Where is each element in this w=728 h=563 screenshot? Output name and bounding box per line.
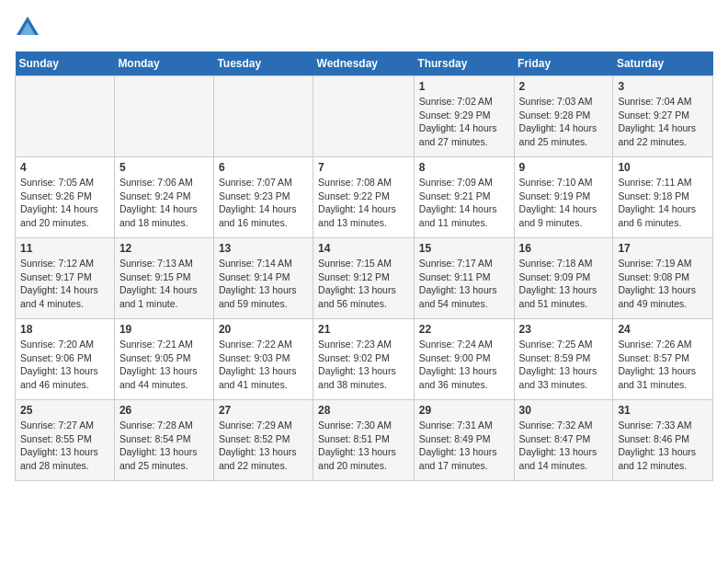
calendar-day-cell: 15Sunrise: 7:17 AM Sunset: 9:11 PM Dayli… [414,238,514,319]
calendar-day-cell: 21Sunrise: 7:23 AM Sunset: 9:02 PM Dayli… [313,319,415,400]
day-info: Sunrise: 7:33 AM Sunset: 8:46 PM Dayligh… [618,419,708,473]
day-number: 27 [219,404,308,417]
weekday-header: Sunday [16,52,115,76]
day-number: 25 [20,404,109,417]
day-info: Sunrise: 7:20 AM Sunset: 9:06 PM Dayligh… [20,338,109,392]
header-row: SundayMondayTuesdayWednesdayThursdayFrid… [16,52,713,76]
calendar-week-row: 1Sunrise: 7:02 AM Sunset: 9:29 PM Daylig… [16,76,713,157]
day-info: Sunrise: 7:23 AM Sunset: 9:02 PM Dayligh… [318,338,409,392]
calendar-day-cell: 25Sunrise: 7:27 AM Sunset: 8:55 PM Dayli… [16,400,115,481]
day-info: Sunrise: 7:09 AM Sunset: 9:21 PM Dayligh… [419,176,509,230]
day-number: 13 [219,242,308,255]
calendar-day-cell: 18Sunrise: 7:20 AM Sunset: 9:06 PM Dayli… [16,319,115,400]
day-info: Sunrise: 7:17 AM Sunset: 9:11 PM Dayligh… [419,257,509,311]
day-number: 15 [419,242,509,255]
calendar-header: SundayMondayTuesdayWednesdayThursdayFrid… [16,52,713,76]
calendar-day-cell: 13Sunrise: 7:14 AM Sunset: 9:14 PM Dayli… [213,238,313,319]
weekday-header: Monday [114,52,213,76]
day-number: 18 [20,323,109,336]
calendar-day-cell: 28Sunrise: 7:30 AM Sunset: 8:51 PM Dayli… [313,400,415,481]
day-info: Sunrise: 7:29 AM Sunset: 8:52 PM Dayligh… [219,419,308,473]
day-info: Sunrise: 7:19 AM Sunset: 9:08 PM Dayligh… [618,257,708,311]
day-number: 17 [618,242,708,255]
calendar-body: 1Sunrise: 7:02 AM Sunset: 9:29 PM Daylig… [16,76,713,481]
day-number: 30 [519,404,609,417]
day-number: 5 [119,161,209,174]
calendar-day-cell: 4Sunrise: 7:05 AM Sunset: 9:26 PM Daylig… [16,157,115,238]
calendar-day-cell: 9Sunrise: 7:10 AM Sunset: 9:19 PM Daylig… [514,157,613,238]
calendar-day-cell: 24Sunrise: 7:26 AM Sunset: 8:57 PM Dayli… [613,319,713,400]
day-number: 20 [219,323,308,336]
day-info: Sunrise: 7:05 AM Sunset: 9:26 PM Dayligh… [20,176,109,230]
calendar-day-cell: 17Sunrise: 7:19 AM Sunset: 9:08 PM Dayli… [613,238,713,319]
day-number: 14 [318,242,409,255]
logo-icon [15,15,40,40]
calendar-day-cell: 1Sunrise: 7:02 AM Sunset: 9:29 PM Daylig… [414,76,514,157]
day-number: 8 [419,161,509,174]
day-info: Sunrise: 7:07 AM Sunset: 9:23 PM Dayligh… [219,176,308,230]
calendar-day-cell [16,76,115,157]
day-info: Sunrise: 7:15 AM Sunset: 9:12 PM Dayligh… [318,257,409,311]
calendar-day-cell: 8Sunrise: 7:09 AM Sunset: 9:21 PM Daylig… [414,157,514,238]
calendar-week-row: 4Sunrise: 7:05 AM Sunset: 9:26 PM Daylig… [16,157,713,238]
day-number: 21 [318,323,409,336]
calendar-week-row: 18Sunrise: 7:20 AM Sunset: 9:06 PM Dayli… [16,319,713,400]
calendar-day-cell [213,76,313,157]
day-number: 11 [20,242,109,255]
day-info: Sunrise: 7:22 AM Sunset: 9:03 PM Dayligh… [219,338,308,392]
day-number: 2 [519,80,609,93]
day-number: 1 [419,80,509,93]
calendar-day-cell: 30Sunrise: 7:32 AM Sunset: 8:47 PM Dayli… [514,400,613,481]
calendar-day-cell: 2Sunrise: 7:03 AM Sunset: 9:28 PM Daylig… [514,76,613,157]
day-info: Sunrise: 7:25 AM Sunset: 8:59 PM Dayligh… [519,338,609,392]
day-info: Sunrise: 7:31 AM Sunset: 8:49 PM Dayligh… [419,419,509,473]
day-number: 3 [618,80,708,93]
calendar-day-cell: 6Sunrise: 7:07 AM Sunset: 9:23 PM Daylig… [213,157,313,238]
day-info: Sunrise: 7:06 AM Sunset: 9:24 PM Dayligh… [119,176,209,230]
day-number: 23 [519,323,609,336]
day-number: 31 [618,404,708,417]
weekday-header: Thursday [414,52,514,76]
day-number: 12 [119,242,209,255]
day-number: 9 [519,161,609,174]
day-number: 7 [318,161,409,174]
weekday-header: Saturday [613,52,713,76]
weekday-header: Wednesday [313,52,415,76]
day-info: Sunrise: 7:21 AM Sunset: 9:05 PM Dayligh… [119,338,209,392]
day-info: Sunrise: 7:12 AM Sunset: 9:17 PM Dayligh… [20,257,109,311]
logo [15,15,44,40]
calendar-day-cell [114,76,213,157]
day-info: Sunrise: 7:04 AM Sunset: 9:27 PM Dayligh… [618,95,708,149]
day-number: 22 [419,323,509,336]
calendar-day-cell: 7Sunrise: 7:08 AM Sunset: 9:22 PM Daylig… [313,157,415,238]
calendar-day-cell: 16Sunrise: 7:18 AM Sunset: 9:09 PM Dayli… [514,238,613,319]
weekday-header: Tuesday [213,52,313,76]
calendar-day-cell: 10Sunrise: 7:11 AM Sunset: 9:18 PM Dayli… [613,157,713,238]
day-info: Sunrise: 7:26 AM Sunset: 8:57 PM Dayligh… [618,338,708,392]
day-info: Sunrise: 7:30 AM Sunset: 8:51 PM Dayligh… [318,419,409,473]
day-number: 16 [519,242,609,255]
day-info: Sunrise: 7:28 AM Sunset: 8:54 PM Dayligh… [119,419,209,473]
calendar-table: SundayMondayTuesdayWednesdayThursdayFrid… [15,52,713,481]
day-info: Sunrise: 7:24 AM Sunset: 9:00 PM Dayligh… [419,338,509,392]
day-number: 6 [219,161,308,174]
day-info: Sunrise: 7:02 AM Sunset: 9:29 PM Dayligh… [419,95,509,149]
day-number: 19 [119,323,209,336]
calendar-day-cell: 29Sunrise: 7:31 AM Sunset: 8:49 PM Dayli… [414,400,514,481]
day-info: Sunrise: 7:03 AM Sunset: 9:28 PM Dayligh… [519,95,609,149]
day-info: Sunrise: 7:08 AM Sunset: 9:22 PM Dayligh… [318,176,409,230]
day-info: Sunrise: 7:18 AM Sunset: 9:09 PM Dayligh… [519,257,609,311]
day-number: 28 [318,404,409,417]
day-info: Sunrise: 7:11 AM Sunset: 9:18 PM Dayligh… [618,176,708,230]
calendar-day-cell: 22Sunrise: 7:24 AM Sunset: 9:00 PM Dayli… [414,319,514,400]
calendar-day-cell: 14Sunrise: 7:15 AM Sunset: 9:12 PM Dayli… [313,238,415,319]
day-number: 24 [618,323,708,336]
day-number: 29 [419,404,509,417]
day-info: Sunrise: 7:13 AM Sunset: 9:15 PM Dayligh… [119,257,209,311]
calendar-day-cell [313,76,415,157]
day-info: Sunrise: 7:32 AM Sunset: 8:47 PM Dayligh… [519,419,609,473]
calendar-day-cell: 3Sunrise: 7:04 AM Sunset: 9:27 PM Daylig… [613,76,713,157]
weekday-header: Friday [514,52,613,76]
calendar-day-cell: 31Sunrise: 7:33 AM Sunset: 8:46 PM Dayli… [613,400,713,481]
calendar-day-cell: 11Sunrise: 7:12 AM Sunset: 9:17 PM Dayli… [16,238,115,319]
